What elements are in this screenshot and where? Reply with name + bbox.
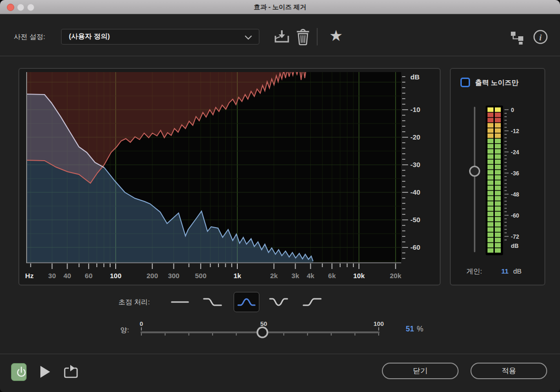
freq-tick-label: 3k bbox=[291, 272, 299, 280]
preset-dropdown[interactable]: (사용자 정의) bbox=[61, 29, 259, 45]
meter-scale-label: -60 bbox=[511, 213, 519, 219]
meter-segment-right bbox=[495, 139, 501, 143]
amount-scale-label: 0 bbox=[140, 320, 143, 327]
window-title: 효과 - 노이즈 제거 bbox=[0, 0, 560, 14]
output-slider-knob[interactable] bbox=[470, 167, 480, 176]
delete-preset-button[interactable] bbox=[295, 28, 311, 47]
meter-segment-right bbox=[495, 144, 501, 149]
meter-segment-left bbox=[487, 154, 493, 159]
favorite-star-icon[interactable]: ★ bbox=[327, 27, 345, 45]
gain-value[interactable]: 11 bbox=[501, 267, 509, 275]
gain-label: 게인: bbox=[466, 267, 482, 276]
meter-scale-label: dB bbox=[511, 243, 519, 249]
output-panel: 출력 노이즈만 0-12-24-36-48-60-72dB 게인: 11 dB bbox=[450, 68, 545, 286]
meter-segment-left bbox=[487, 238, 493, 242]
meter-scale-label: -48 bbox=[511, 191, 519, 198]
meter-segment-left bbox=[487, 118, 493, 123]
chevron-down-icon bbox=[244, 35, 252, 40]
meter-segment-left bbox=[487, 175, 493, 180]
power-icon bbox=[14, 364, 28, 381]
gain-row: 게인: 11 dB bbox=[451, 267, 546, 278]
meter-segment-left bbox=[487, 196, 493, 201]
apply-button[interactable]: 적용 bbox=[470, 363, 547, 379]
meter-segment-right bbox=[495, 185, 501, 190]
meter-segment-right bbox=[495, 160, 501, 164]
meter-segment-left bbox=[487, 123, 493, 128]
meter-segment-right bbox=[495, 201, 501, 206]
trash-icon bbox=[295, 28, 311, 46]
svg-text:i: i bbox=[539, 33, 542, 42]
meter-segment-left bbox=[487, 165, 493, 169]
freq-tick-label: 40 bbox=[63, 272, 71, 280]
meter-segment-right bbox=[495, 128, 501, 133]
focus-shape-flat-button[interactable] bbox=[167, 292, 193, 312]
meter-segment-left bbox=[487, 170, 493, 174]
meter-segment-right bbox=[495, 134, 501, 138]
meter-segment-right bbox=[495, 107, 501, 112]
meter-segment-right bbox=[495, 123, 501, 128]
save-preset-button[interactable] bbox=[274, 28, 290, 46]
meter-segment-right bbox=[495, 217, 501, 222]
preset-label: 사전 설정: bbox=[14, 33, 45, 41]
preview-play-button[interactable] bbox=[39, 365, 51, 380]
loop-playback-button[interactable] bbox=[63, 364, 79, 381]
freq-tick-label: 4k bbox=[307, 272, 314, 280]
freq-tick-label: 10k bbox=[353, 272, 365, 280]
routing-button[interactable] bbox=[510, 30, 525, 46]
meter-segment-right bbox=[495, 112, 501, 117]
amount-slider[interactable]: 050100 bbox=[138, 319, 386, 340]
focus-shape-lowshelf-button[interactable] bbox=[200, 292, 225, 312]
amount-value[interactable]: 51 bbox=[406, 325, 414, 333]
meter-segment-right bbox=[495, 118, 501, 123]
effect-power-toggle[interactable] bbox=[11, 363, 27, 381]
meter-segment-left bbox=[487, 107, 493, 112]
info-icon: i bbox=[533, 29, 548, 45]
meter-segment-left bbox=[487, 227, 493, 232]
meter-scale-label: -12 bbox=[511, 128, 519, 134]
meter-segment-right bbox=[495, 207, 501, 211]
meter-segment-left bbox=[487, 248, 493, 253]
db-tick-label: -20 bbox=[410, 133, 420, 141]
footer-divider bbox=[0, 353, 560, 354]
meter-segment-right bbox=[495, 191, 501, 196]
amount-unit: % bbox=[417, 325, 423, 333]
meter-segment-right bbox=[495, 170, 501, 174]
meter-segment-left bbox=[487, 201, 493, 206]
focus-shape-notch-button[interactable] bbox=[266, 292, 291, 312]
meter-segment-left bbox=[487, 217, 493, 222]
meter-scale-label: -36 bbox=[511, 170, 519, 177]
freq-axis-unit-label: Hz bbox=[25, 272, 34, 280]
meter-segment-left bbox=[487, 233, 493, 237]
meter-segment-left bbox=[487, 139, 493, 143]
meter-scale-label: -24 bbox=[511, 149, 519, 156]
loop-play-icon bbox=[63, 364, 79, 379]
meter-segment-left bbox=[487, 212, 493, 216]
freq-tick-label: 60 bbox=[85, 272, 93, 280]
spectrum-plot[interactable]: Hz3040601002003005001k2k3k4k6k10k20kdB-1… bbox=[19, 69, 440, 285]
bell-curve-icon bbox=[237, 297, 256, 308]
meter-segment-left bbox=[487, 128, 493, 133]
meter-segment-right bbox=[495, 243, 501, 247]
meter-segment-right bbox=[495, 233, 501, 237]
freq-tick-label: 300 bbox=[168, 272, 179, 280]
spectrum-graph-panel: Hz3040601002003005001k2k3k4k6k10k20kdB-1… bbox=[18, 68, 441, 286]
meter-scale-label: 0 bbox=[511, 107, 514, 113]
meter-segment-left bbox=[487, 144, 493, 149]
close-button[interactable]: 닫기 bbox=[382, 363, 459, 379]
amount-slider-knob[interactable] bbox=[258, 327, 268, 337]
routing-icon bbox=[510, 30, 525, 45]
freq-tick-label: 100 bbox=[110, 272, 121, 280]
meter-segment-right bbox=[495, 180, 501, 185]
freq-tick-label: 1k bbox=[234, 272, 241, 280]
toolbar-divider bbox=[317, 28, 318, 45]
focus-shape-bell-button[interactable] bbox=[234, 292, 259, 312]
focus-processing-label: 초점 처리: bbox=[118, 298, 150, 307]
level-meter: 0-12-24-36-48-60-72dB bbox=[451, 69, 544, 285]
gain-unit: dB bbox=[513, 267, 521, 275]
info-button[interactable]: i bbox=[533, 29, 548, 46]
meter-segment-right bbox=[495, 238, 501, 242]
db-tick-label: -40 bbox=[410, 188, 420, 196]
meter-segment-right bbox=[495, 227, 501, 232]
focus-shape-highshelf-button[interactable] bbox=[299, 292, 325, 312]
title-bar[interactable]: 효과 - 노이즈 제거 bbox=[0, 0, 560, 14]
